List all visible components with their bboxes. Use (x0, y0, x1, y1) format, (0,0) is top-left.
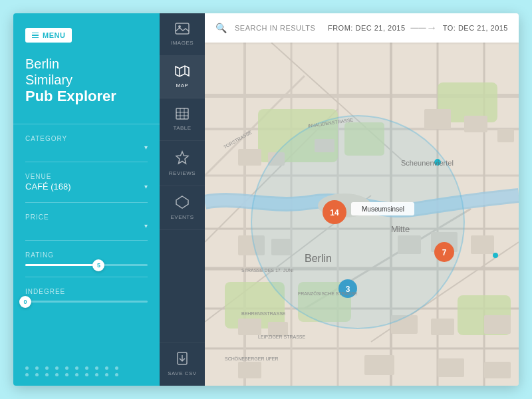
dot-decoration (25, 373, 29, 376)
venue-label: VENUE (25, 173, 148, 180)
nav-reviews-label: REVIEWS (169, 170, 196, 176)
events-icon (176, 196, 189, 211)
dot-decoration (55, 373, 59, 376)
dot-decoration (35, 373, 39, 376)
dot-decoration (85, 366, 88, 370)
divider-venue (25, 202, 148, 203)
dot-decoration (115, 373, 118, 376)
svg-point-69 (493, 253, 498, 258)
menu-button[interactable]: MENU (25, 28, 72, 43)
dot-decoration (105, 373, 108, 376)
divider-rating (25, 277, 148, 277)
reviews-icon (175, 150, 190, 167)
rating-slider-fill (25, 264, 98, 266)
svg-rect-57 (238, 362, 261, 378)
svg-rect-46 (497, 129, 514, 142)
nav-map-label: MAP (176, 82, 189, 88)
svg-rect-60 (484, 362, 511, 378)
dot-decoration (45, 373, 49, 376)
svg-marker-11 (176, 196, 188, 208)
rating-slider-thumb[interactable]: 5 (92, 259, 104, 271)
svg-rect-56 (484, 315, 511, 334)
map-icon (175, 65, 190, 79)
filter-category[interactable]: CATEGORY ▾ (25, 135, 148, 162)
svg-rect-0 (176, 23, 189, 34)
venue-arrow-icon: ▾ (144, 183, 148, 190)
nav-item-images[interactable]: IMAGES (160, 13, 205, 56)
nav-item-save-csv[interactable]: SAVE CSV (160, 342, 205, 386)
nav-item-reviews[interactable]: REVIEWS (160, 141, 205, 186)
nav-item-events[interactable]: EVENTS (160, 186, 205, 230)
filter-section: CATEGORY ▾ VENUE CAFÉ (168) ▾ PRICE (13, 135, 160, 357)
dot-decoration (75, 366, 78, 370)
svg-text:LEIPZIGER STRASSE: LEIPZIGER STRASSE (258, 334, 306, 339)
dot-decoration (85, 373, 88, 376)
search-text[interactable]: SEARCH IN RESULTS (235, 24, 320, 32)
dot-decoration (55, 366, 59, 370)
sidebar: MENU Berlin Similary Pub Explorer CATEGO… (13, 13, 160, 386)
svg-text:Mitte: Mitte (391, 224, 410, 234)
divider-1 (13, 124, 160, 124)
svg-rect-5 (176, 108, 188, 119)
save-csv-label: SAVE CSV (168, 370, 196, 376)
table-icon (176, 108, 189, 122)
svg-text:FRANZÖSISCHE STRASSE: FRANZÖSISCHE STRASSE (298, 291, 358, 296)
indegree-slider-thumb[interactable]: 0 (19, 296, 31, 308)
map-svg: 14 7 3 Museumsinsel Berlin Mitte (205, 43, 519, 386)
from-date: FROM: DEC 21, 2015 (328, 24, 406, 32)
svg-rect-51 (471, 235, 494, 254)
price-label: PRICE (25, 213, 148, 221)
indegree-value: 0 (23, 299, 27, 305)
menu-icon (32, 33, 39, 39)
svg-marker-2 (176, 66, 189, 76)
rating-value: 5 (97, 262, 100, 269)
dot-decoration (95, 366, 98, 370)
date-arrow-icon: ──→ (411, 22, 438, 34)
save-csv-icon (176, 352, 189, 367)
app-title-line2: Similary (25, 72, 148, 88)
svg-text:Museumsinsel: Museumsinsel (362, 205, 404, 213)
menu-label: MENU (43, 31, 65, 39)
icon-nav: IMAGES MAP TAB (160, 13, 205, 386)
to-date: TO: DEC 21, 2015 (443, 24, 508, 32)
category-value[interactable]: ▾ (25, 144, 148, 151)
date-range: FROM: DEC 21, 2015 ──→ TO: DEC 21, 2015 (328, 22, 508, 34)
rating-label: RATING (25, 251, 148, 259)
svg-text:SCHÖNEBERGER UFER: SCHÖNEBERGER UFER (225, 356, 279, 361)
indegree-slider-track[interactable]: 0 (25, 301, 148, 303)
map-background[interactable]: 14 7 3 Museumsinsel Berlin Mitte (205, 43, 519, 386)
filter-price[interactable]: PRICE ▾ (25, 213, 148, 241)
svg-rect-52 (238, 319, 261, 335)
search-icon: 🔍 (215, 23, 227, 33)
images-icon (175, 23, 190, 37)
dot-decoration (45, 366, 49, 370)
dot-decoration (75, 373, 78, 376)
svg-text:Berlin: Berlin (305, 253, 332, 264)
app-title-line1: Berlin (25, 56, 148, 72)
svg-text:14: 14 (330, 208, 339, 217)
dot-decoration (105, 366, 108, 370)
venue-text: CAFÉ (168) (25, 182, 71, 192)
app-title: Berlin Similary Pub Explorer (25, 56, 148, 105)
svg-rect-58 (364, 355, 394, 375)
svg-rect-45 (464, 116, 487, 132)
svg-rect-44 (424, 109, 451, 129)
price-arrow-icon: ▾ (144, 222, 148, 229)
nav-item-table[interactable]: TABLE (160, 98, 205, 141)
price-value[interactable]: ▾ (25, 222, 148, 229)
venue-value[interactable]: CAFÉ (168) ▾ (25, 182, 148, 192)
dot-decoration (35, 366, 39, 370)
svg-text:BEHRENSSTRASSE: BEHRENSSTRASSE (241, 311, 286, 316)
svg-marker-10 (176, 152, 188, 164)
sidebar-top: MENU Berlin Similary Pub Explorer (13, 13, 160, 113)
category-label: CATEGORY (25, 135, 148, 142)
rating-slider-track[interactable]: 5 (25, 264, 148, 266)
svg-point-61 (251, 116, 464, 329)
divider-cat (25, 162, 148, 162)
svg-rect-55 (431, 319, 454, 335)
filter-venue[interactable]: VENUE CAFÉ (168) ▾ (25, 173, 148, 203)
filter-rating: RATING 5 (25, 251, 148, 266)
nav-item-map[interactable]: MAP (160, 56, 205, 98)
category-arrow-icon: ▾ (144, 144, 148, 151)
dot-decoration (115, 366, 118, 370)
